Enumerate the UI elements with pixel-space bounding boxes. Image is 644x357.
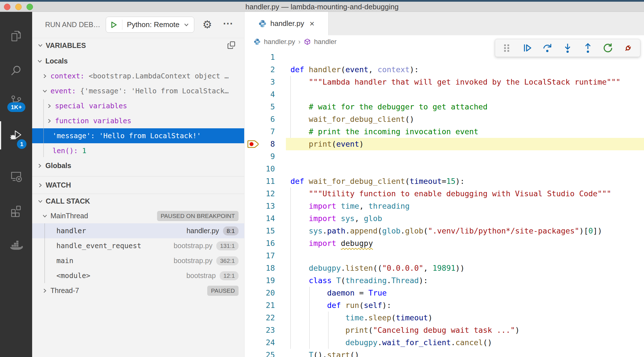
variables-row[interactable]: context: <bootstrap.LambdaContext object…: [32, 69, 244, 83]
tab-handler-py[interactable]: handler.py ×: [244, 12, 328, 35]
gutter[interactable]: 25: [244, 349, 286, 357]
watch-section-header[interactable]: WATCH: [32, 176, 244, 194]
line-content[interactable]: wait_for_debug_client(): [286, 113, 644, 125]
line-content[interactable]: print(event): [286, 138, 644, 150]
line-content[interactable]: def run(self):: [286, 299, 644, 312]
code-line[interactable]: 22 time.sleep(timeout): [244, 312, 644, 324]
variables-row[interactable]: 'message': 'Hello from LocalStack!': [32, 128, 244, 143]
title-bar[interactable]: handler.py — lambda-mounting-and-debuggi…: [0, 2, 644, 12]
remote-explorer-icon[interactable]: [9, 170, 23, 183]
code-line[interactable]: 23 print("Canceling debug wait task ..."…: [244, 324, 644, 336]
collapse-all-icon[interactable]: [227, 40, 237, 50]
restart-button[interactable]: [602, 42, 614, 54]
continue-button[interactable]: [521, 42, 533, 54]
line-content[interactable]: [286, 250, 644, 262]
start-debug-icon[interactable]: [110, 21, 118, 29]
line-content[interactable]: def wait_for_debug_client(timeout=15):: [286, 175, 644, 188]
code-line[interactable]: 9: [244, 150, 644, 163]
launch-config-dropdown[interactable]: Python: Remote: [106, 17, 194, 33]
code-line[interactable]: 16 import debugpy: [244, 237, 644, 250]
gutter[interactable]: 19: [244, 274, 286, 287]
code-line[interactable]: 14 import sys, glob: [244, 212, 644, 225]
search-icon[interactable]: [9, 64, 23, 78]
callstack-row[interactable]: <module>bootstrap12:1: [32, 268, 244, 283]
code-line[interactable]: 17: [244, 250, 644, 262]
code-line[interactable]: 15 sys.path.append(glob.glob(".venv/lib/…: [244, 225, 644, 237]
explorer-icon[interactable]: [9, 29, 23, 43]
gutter[interactable]: 11: [244, 175, 286, 188]
gutter[interactable]: 18: [244, 262, 286, 274]
step-over-button[interactable]: [541, 42, 553, 54]
gutter[interactable]: 10: [244, 163, 286, 175]
breadcrumb-file[interactable]: handler.py: [264, 38, 295, 46]
line-content[interactable]: [286, 163, 644, 175]
variables-row[interactable]: event: {'message': 'Hello from LocalStac…: [32, 83, 244, 98]
code-line[interactable]: 3 """Lambda handler that will get invoke…: [244, 76, 644, 88]
code-line[interactable]: 21 def run(self):: [244, 299, 644, 312]
line-content[interactable]: [286, 88, 644, 101]
extensions-icon[interactable]: [9, 205, 23, 218]
line-content[interactable]: time.sleep(timeout): [286, 312, 644, 324]
gutter[interactable]: 16: [244, 237, 286, 250]
breakpoint-current-icon[interactable]: [247, 140, 260, 149]
variables-row[interactable]: special variables: [32, 98, 244, 113]
gutter[interactable]: 23: [244, 324, 286, 336]
code-line[interactable]: 24 debugpy.wait_for_client.cancel(): [244, 336, 644, 349]
line-content[interactable]: # print the incoming invocation event: [286, 125, 644, 138]
close-tab-icon[interactable]: ×: [310, 19, 315, 28]
code-line[interactable]: 13 import time, threading: [244, 200, 644, 212]
gutter[interactable]: 21: [244, 299, 286, 312]
callstack-row[interactable]: handlerhandler.py8:1: [32, 223, 244, 238]
gutter[interactable]: 2: [244, 63, 286, 76]
variables-row[interactable]: Locals: [32, 54, 244, 69]
code-line[interactable]: 11def wait_for_debug_client(timeout=15):: [244, 175, 644, 188]
line-content[interactable]: def handler(event, context):: [286, 63, 644, 76]
gutter[interactable]: 12: [244, 188, 286, 200]
gutter[interactable]: 9: [244, 150, 286, 163]
code-line[interactable]: 19 class T(threading.Thread):: [244, 274, 644, 287]
code-line[interactable]: 12 """Utility function to enable debuggi…: [244, 188, 644, 200]
variables-section-header[interactable]: VARIABLES: [32, 38, 244, 53]
callstack-section-header[interactable]: CALL STACK: [32, 194, 244, 208]
breadcrumb-symbol[interactable]: handler: [314, 38, 337, 46]
callstack-row[interactable]: Thread-7PAUSED: [32, 283, 244, 298]
docker-icon[interactable]: [9, 239, 23, 253]
gutter[interactable]: 5: [244, 101, 286, 113]
gutter[interactable]: 8: [244, 138, 286, 150]
gutter[interactable]: 13: [244, 200, 286, 212]
gutter[interactable]: 7: [244, 125, 286, 138]
line-content[interactable]: """Lambda handler that will get invoked …: [286, 76, 644, 88]
gutter[interactable]: 4: [244, 88, 286, 101]
line-content[interactable]: debugpy.wait_for_client.cancel(): [286, 336, 644, 349]
callstack-row[interactable]: MainThreadPAUSED ON BREAKPOINT: [32, 208, 244, 223]
gutter[interactable]: 24: [244, 336, 286, 349]
gear-icon[interactable]: ⚙: [200, 17, 215, 32]
more-actions-icon[interactable]: ⋯: [220, 16, 236, 31]
line-content[interactable]: T().start(): [286, 349, 644, 357]
variables-row[interactable]: Globals: [32, 158, 244, 173]
code-line[interactable]: 2def handler(event, context):: [244, 63, 644, 76]
code-line[interactable]: 8 print(event): [244, 138, 644, 150]
gutter[interactable]: 3: [244, 76, 286, 88]
gutter[interactable]: 22: [244, 312, 286, 324]
gutter[interactable]: 14: [244, 212, 286, 225]
code-line[interactable]: 25 T().start(): [244, 349, 644, 357]
code-line[interactable]: 18 debugpy.listen(("0.0.0.0", 19891)): [244, 262, 644, 274]
code-line[interactable]: 7 # print the incoming invocation event: [244, 125, 644, 138]
code-area[interactable]: 12def handler(event, context):3 """Lambd…: [244, 51, 644, 357]
code-line[interactable]: 6 wait_for_debug_client(): [244, 113, 644, 125]
gutter[interactable]: 20: [244, 287, 286, 299]
toolbar-drag-handle[interactable]: [501, 42, 513, 54]
line-content[interactable]: class T(threading.Thread):: [286, 274, 644, 287]
code-line[interactable]: 20 daemon = True: [244, 287, 644, 299]
step-out-button[interactable]: [582, 42, 594, 54]
code-line[interactable]: 5 # wait for the debugger to get attache…: [244, 101, 644, 113]
line-content[interactable]: sys.path.append(glob.glob(".venv/lib/pyt…: [286, 225, 644, 237]
line-content[interactable]: print("Canceling debug wait task ..."): [286, 324, 644, 336]
code-line[interactable]: 4: [244, 88, 644, 101]
variables-row[interactable]: len(): 1: [32, 143, 244, 158]
callstack-row[interactable]: mainbootstrap.py362:1: [32, 253, 244, 268]
variables-row[interactable]: function variables: [32, 113, 244, 128]
callstack-row[interactable]: handle_event_requestbootstrap.py131:1: [32, 238, 244, 253]
line-content[interactable]: debugpy.listen(("0.0.0.0", 19891)): [286, 262, 644, 274]
